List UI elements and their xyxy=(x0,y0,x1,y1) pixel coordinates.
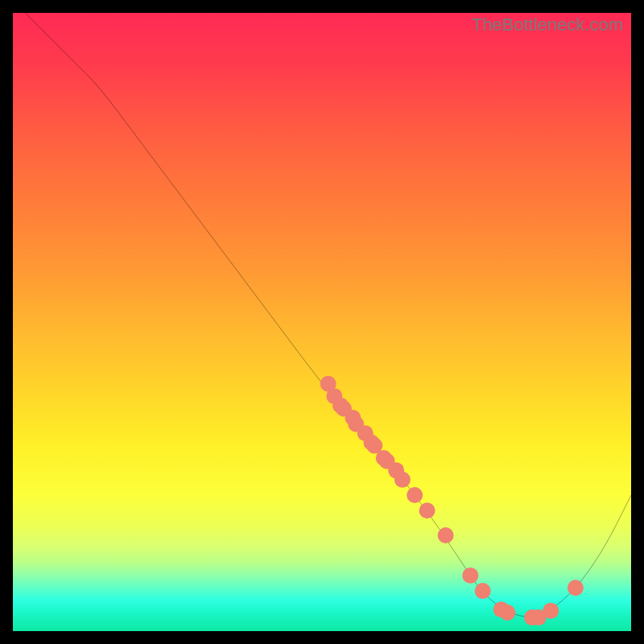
data-point xyxy=(543,603,559,619)
chart-overlay xyxy=(13,13,631,631)
plot-area: TheBottleneck.com xyxy=(13,13,631,631)
data-point xyxy=(394,472,411,488)
data-point xyxy=(462,568,478,584)
data-point xyxy=(568,580,584,596)
data-point xyxy=(499,605,515,621)
data-point xyxy=(407,487,423,503)
data-point xyxy=(419,502,436,518)
chart-frame: TheBottleneck.com xyxy=(0,0,644,644)
data-point xyxy=(475,583,491,599)
data-points xyxy=(320,376,584,625)
data-point xyxy=(438,527,454,543)
bottleneck-curve xyxy=(25,13,631,617)
